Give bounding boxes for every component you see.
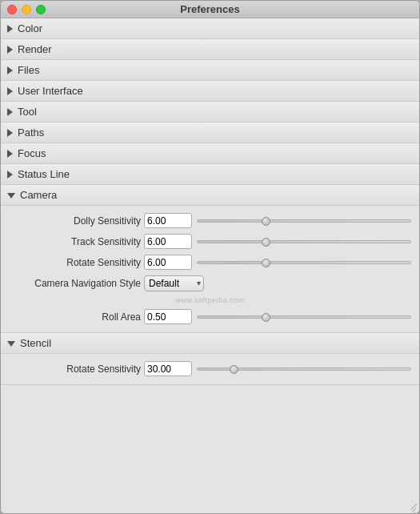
dolly-sensitivity-slider[interactable] [197, 219, 411, 223]
section-label-render: Render [18, 43, 52, 55]
roll-area-slider-thumb [262, 313, 270, 322]
window-buttons [7, 5, 46, 14]
section-label-color: Color [18, 22, 42, 34]
track-sensitivity-row: Track Sensitivity [1, 231, 419, 251]
roll-area-slider[interactable] [197, 315, 411, 319]
rotate-sensitivity-row: Rotate Sensitivity [1, 252, 419, 272]
collapse-icon-color [7, 25, 13, 33]
dolly-sensitivity-row: Dolly Sensitivity [1, 211, 419, 231]
collapse-icon-tool [7, 108, 13, 116]
title-bar: Preferences [1, 1, 419, 18]
stencil-rotate-label: Rotate Sensitivity [1, 363, 141, 375]
nav-style-select-wrapper: Default Maya Nuke ▾ [144, 275, 204, 291]
roll-area-row: Roll Area [1, 307, 419, 327]
preferences-content: Color Render Files User Interface Tool P… [1, 18, 419, 513]
close-button[interactable] [7, 5, 17, 14]
watermark-row: www.softpedia.com [1, 294, 419, 307]
section-focus[interactable]: Focus [1, 143, 419, 164]
collapse-icon-paths [7, 129, 13, 137]
collapse-icon-focus [7, 150, 13, 158]
dolly-sensitivity-input[interactable] [144, 213, 192, 228]
roll-area-input[interactable] [144, 309, 192, 324]
dolly-sensitivity-label: Dolly Sensitivity [1, 215, 141, 227]
section-files[interactable]: Files [1, 60, 419, 81]
rotate-sensitivity-slider[interactable] [197, 261, 411, 264]
section-stencil[interactable]: Stencil [1, 333, 419, 354]
stencil-rotate-row: Rotate Sensitivity [1, 359, 419, 379]
section-label-tool: Tool [18, 106, 37, 118]
section-label-camera: Camera [20, 189, 57, 201]
section-camera[interactable]: Camera [1, 185, 419, 206]
collapse-icon-status-line [7, 171, 13, 179]
resize-icon [410, 505, 418, 512]
rotate-slider-thumb [262, 259, 270, 267]
section-render[interactable]: Render [1, 39, 419, 60]
maximize-button[interactable] [36, 5, 46, 14]
nav-style-label: Camera Navigation Style [1, 278, 141, 289]
watermark-text: www.softpedia.com [175, 296, 244, 304]
section-user-interface[interactable]: User Interface [1, 81, 419, 102]
section-paths[interactable]: Paths [1, 122, 419, 143]
stencil-rotate-thumb [230, 365, 238, 374]
rotate-sensitivity-label: Rotate Sensitivity [1, 257, 141, 268]
expand-icon-stencil [7, 341, 15, 347]
section-tool[interactable]: Tool [1, 102, 419, 122]
section-label-status-line: Status Line [18, 168, 70, 180]
section-label-focus: Focus [18, 147, 46, 159]
camera-content: Dolly Sensitivity Track Sensitivity Rota… [1, 206, 419, 333]
track-sensitivity-input[interactable] [144, 234, 192, 249]
collapse-icon-user-interface [7, 87, 13, 95]
track-sensitivity-slider[interactable] [197, 240, 411, 243]
roll-area-label: Roll Area [1, 311, 141, 323]
track-slider-thumb [262, 238, 270, 247]
section-label-files: Files [18, 64, 39, 76]
track-sensitivity-label: Track Sensitivity [1, 236, 141, 247]
collapse-icon-render [7, 46, 13, 54]
preferences-window: Preferences Color Render Files User Inte… [0, 0, 420, 514]
section-color[interactable]: Color [1, 18, 419, 39]
resize-handle[interactable] [409, 503, 420, 514]
section-label-stencil: Stencil [20, 337, 51, 349]
collapse-icon-files [7, 66, 13, 74]
stencil-content: Rotate Sensitivity [1, 354, 419, 385]
stencil-rotate-input[interactable] [144, 361, 192, 376]
rotate-sensitivity-input[interactable] [144, 255, 192, 270]
section-label-user-interface: User Interface [18, 85, 83, 97]
section-label-paths: Paths [18, 126, 44, 139]
nav-style-row: Camera Navigation Style Default Maya Nuk… [1, 273, 419, 293]
expand-icon-camera [7, 193, 15, 199]
section-status-line[interactable]: Status Line [1, 164, 419, 185]
dolly-slider-thumb [262, 217, 270, 226]
stencil-rotate-slider[interactable] [197, 367, 411, 371]
window-title: Preferences [180, 3, 239, 15]
nav-style-select[interactable]: Default Maya Nuke [144, 275, 204, 291]
minimize-button[interactable] [22, 5, 31, 14]
